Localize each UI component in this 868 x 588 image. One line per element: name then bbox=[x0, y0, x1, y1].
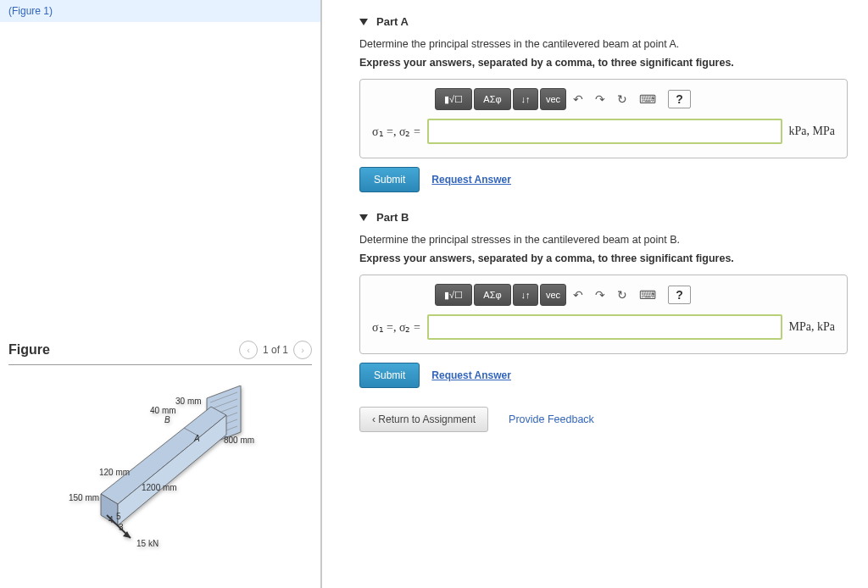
redo-icon[interactable]: ↷ bbox=[590, 288, 610, 302]
vector-button[interactable]: vec bbox=[540, 284, 566, 306]
answer-box: ▮√☐ ΑΣφ ↓↑ vec ↶ ↷ ↻ ⌨ ? σ₁ =, σ₂ = kPa,… bbox=[359, 79, 848, 158]
answer-box: ▮√☐ ΑΣφ ↓↑ vec ↶ ↷ ↻ ⌨ ? σ₁ =, σ₂ = MPa,… bbox=[359, 275, 848, 354]
sigma-label: σ₁ =, σ₂ = bbox=[372, 320, 420, 335]
subscript-button[interactable]: ↓↑ bbox=[513, 284, 538, 306]
undo-icon[interactable]: ↶ bbox=[568, 288, 588, 302]
svg-text:3: 3 bbox=[119, 523, 124, 532]
help-icon[interactable]: ? bbox=[668, 90, 691, 108]
reset-icon[interactable]: ↻ bbox=[612, 92, 632, 106]
figure-next-button[interactable]: › bbox=[293, 341, 312, 359]
svg-text:5: 5 bbox=[116, 512, 121, 521]
equation-toolbar: ▮√☐ ΑΣφ ↓↑ vec ↶ ↷ ↻ ⌨ ? bbox=[435, 88, 835, 110]
fraction-button[interactable]: ▮√☐ bbox=[435, 284, 472, 306]
help-icon[interactable]: ? bbox=[668, 286, 691, 304]
subscript-button[interactable]: ↓↑ bbox=[513, 88, 538, 110]
units-label: MPa, kPa bbox=[789, 320, 835, 334]
instruction-text: Express your answers, separated by a com… bbox=[359, 252, 848, 264]
equation-toolbar: ▮√☐ ΑΣφ ↓↑ vec ↶ ↷ ↻ ⌨ ? bbox=[435, 284, 835, 306]
figure-reference: (Figure 1) bbox=[0, 0, 320, 22]
svg-text:A: A bbox=[193, 434, 200, 443]
greek-button[interactable]: ΑΣφ bbox=[474, 88, 511, 110]
keyboard-icon[interactable]: ⌨ bbox=[634, 288, 661, 302]
part-a: Part A Determine the principal stresses … bbox=[359, 15, 848, 192]
redo-icon[interactable]: ↷ bbox=[590, 92, 610, 106]
instruction-text: Express your answers, separated by a com… bbox=[359, 57, 848, 69]
svg-text:800 mm: 800 mm bbox=[224, 435, 254, 445]
figure-title: Figure bbox=[8, 342, 50, 358]
units-label: kPa, MPa bbox=[789, 125, 835, 138]
sigma-label: σ₁ =, σ₂ = bbox=[372, 125, 420, 139]
svg-text:30 mm: 30 mm bbox=[175, 397, 202, 406]
part-title: Part B bbox=[376, 211, 409, 224]
provide-feedback-link[interactable]: Provide Feedback bbox=[509, 413, 594, 425]
keyboard-icon[interactable]: ⌨ bbox=[634, 92, 661, 106]
fraction-button[interactable]: ▮√☐ bbox=[435, 88, 472, 110]
request-answer-link[interactable]: Request Answer bbox=[431, 369, 511, 381]
part-b: Part B Determine the principal stresses … bbox=[359, 211, 848, 388]
svg-text:150 mm: 150 mm bbox=[69, 493, 99, 502]
undo-icon[interactable]: ↶ bbox=[568, 92, 588, 106]
prompt-text: Determine the principal stresses in the … bbox=[359, 234, 848, 246]
prompt-text: Determine the principal stresses in the … bbox=[359, 38, 848, 50]
svg-text:40 mm: 40 mm bbox=[150, 406, 176, 415]
greek-button[interactable]: ΑΣφ bbox=[474, 284, 511, 306]
return-button[interactable]: ‹ Return to Assignment bbox=[359, 407, 488, 432]
collapse-icon[interactable] bbox=[359, 214, 368, 221]
figure-header: Figure ‹ 1 of 1 › bbox=[8, 336, 312, 365]
svg-text:15 kN: 15 kN bbox=[136, 539, 159, 548]
figure-counter: 1 of 1 bbox=[263, 344, 288, 356]
part-title: Part A bbox=[376, 15, 409, 28]
vector-button[interactable]: vec bbox=[540, 88, 566, 110]
figure-diagram: 30 mm 40 mm B A 800 mm 120 mm 1200 mm 15… bbox=[8, 386, 312, 555]
submit-button[interactable]: Submit bbox=[359, 363, 420, 388]
figure-prev-button[interactable]: ‹ bbox=[239, 341, 258, 359]
svg-text:B: B bbox=[164, 415, 170, 424]
collapse-icon[interactable] bbox=[359, 19, 368, 25]
answer-input[interactable] bbox=[427, 314, 782, 340]
request-answer-link[interactable]: Request Answer bbox=[431, 174, 511, 186]
svg-text:4: 4 bbox=[108, 515, 114, 524]
svg-text:120 mm: 120 mm bbox=[99, 468, 130, 477]
svg-text:1200 mm: 1200 mm bbox=[142, 483, 177, 492]
submit-button[interactable]: Submit bbox=[359, 167, 420, 192]
reset-icon[interactable]: ↻ bbox=[612, 288, 632, 302]
answer-input[interactable] bbox=[427, 119, 782, 144]
